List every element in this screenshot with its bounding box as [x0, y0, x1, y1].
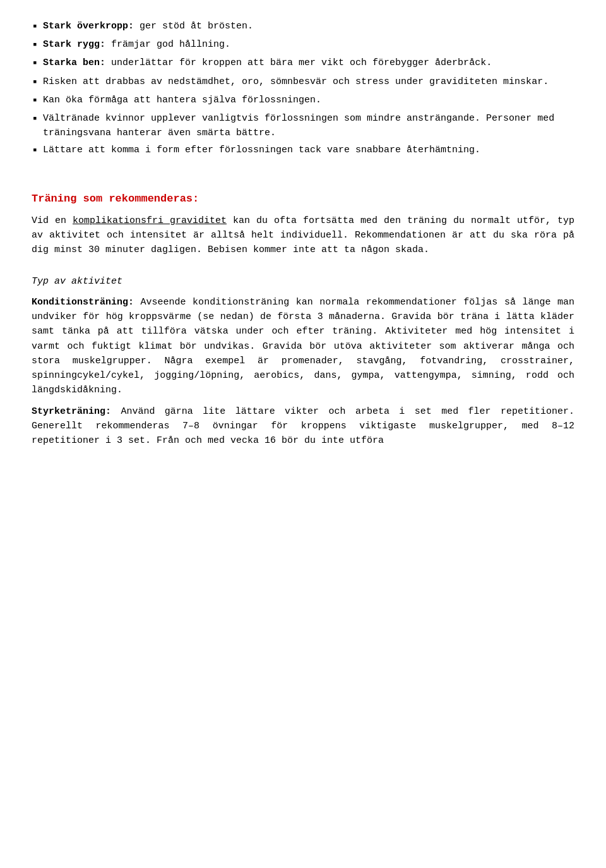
- bullet-dot-6: ▪: [32, 111, 40, 127]
- bullet-item-risken: ▪ Risken att drabbas av nedstämdhet, oro…: [32, 75, 574, 90]
- bullet-text-3: Starka ben: underlättar för kroppen att …: [43, 56, 574, 70]
- bold-starka-ben: Starka ben:: [43, 57, 105, 68]
- bullet-item-starka-ben: ▪ Starka ben: underlättar för kroppen at…: [32, 56, 574, 71]
- styrke-text: Använd gärna lite lättare vikter och arb…: [32, 406, 574, 447]
- bullet-item-lattare: ▪ Lättare att komma i form efter förloss…: [32, 143, 574, 159]
- styrke-paragraph: Styrketräning: Använd gärna lite lättare…: [32, 404, 574, 449]
- bullet-text-7: Lättare att komma i form efter förlossni…: [43, 143, 574, 157]
- bullet-item-stark-rygg: ▪ Stark rygg: främjar god hållning.: [32, 37, 574, 53]
- kondition-bold-label: Konditionsträning:: [32, 297, 134, 308]
- bullet-dot-5: ▪: [32, 93, 40, 109]
- bullet-item-stark-overkropp: ▪ Stark överkropp: ger stöd åt brösten.: [32, 19, 574, 35]
- text-stark-overkropp: ger stöd åt brösten.: [134, 21, 253, 32]
- bullet-item-kan-oka: ▪ Kan öka förmåga att hantera själva för…: [32, 93, 574, 109]
- bullet-dot-3: ▪: [32, 56, 40, 71]
- intro-paragraph: Vid en komplikationsfri graviditet kan d…: [32, 214, 574, 258]
- underline-komplikationsfri: komplikationsfri graviditet: [73, 215, 227, 226]
- bold-stark-rygg: Stark rygg:: [43, 39, 105, 50]
- bullet-dot-1: ▪: [32, 19, 40, 35]
- typ-av-aktivitet-heading: Typ av aktivitet: [32, 274, 574, 289]
- bold-stark-overkropp: Stark överkropp:: [43, 21, 134, 32]
- spacer-1: [32, 162, 574, 172]
- section-heading-traning: Träning som rekommenderas:: [32, 191, 574, 207]
- bullet-list: ▪ Stark överkropp: ger stöd åt brösten. …: [32, 19, 574, 159]
- kondition-paragraph: Konditionsträning: Avseende konditionstr…: [32, 295, 574, 398]
- bullet-text-6: Vältränade kvinnor upplever vanligtvis f…: [43, 111, 574, 141]
- bullet-text-1: Stark överkropp: ger stöd åt brösten.: [43, 19, 574, 33]
- kondition-text: Avseende konditionsträning kan normala r…: [32, 297, 574, 396]
- styrke-bold-label: Styrketräning:: [32, 406, 111, 417]
- bullet-text-2: Stark rygg: främjar god hållning.: [43, 37, 574, 52]
- bullet-dot-7: ▪: [32, 143, 40, 159]
- bullet-text-4: Risken att drabbas av nedstämdhet, oro, …: [43, 75, 574, 89]
- bullet-text-5: Kan öka förmåga att hantera själva förlo…: [43, 93, 574, 107]
- main-content: ▪ Stark överkropp: ger stöd åt brösten. …: [32, 19, 574, 448]
- text-starka-ben: underlättar för kroppen att bära mer vik…: [105, 57, 492, 68]
- bullet-dot-2: ▪: [32, 37, 40, 53]
- bullet-dot-4: ▪: [32, 75, 40, 90]
- text-stark-rygg: främjar god hållning.: [105, 39, 230, 50]
- spacer-2: [32, 264, 574, 274]
- bullet-item-valtranaade: ▪ Vältränade kvinnor upplever vanligtvis…: [32, 111, 574, 141]
